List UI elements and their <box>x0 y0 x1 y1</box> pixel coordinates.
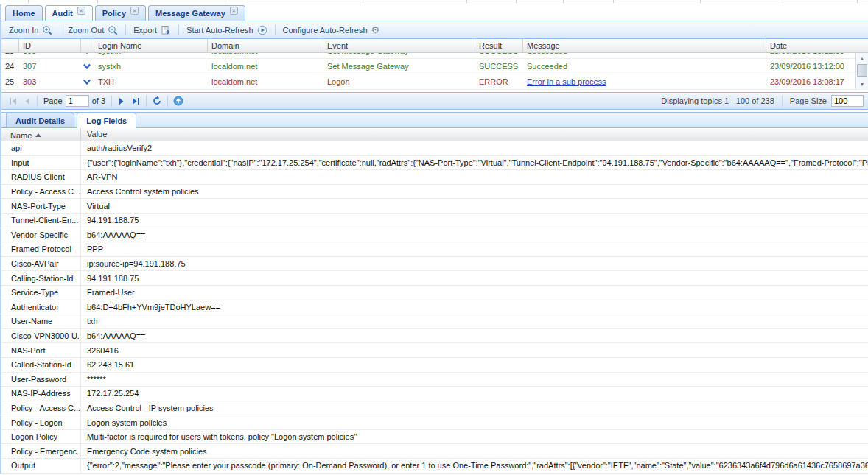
page-number-input[interactable] <box>66 95 89 107</box>
page-size-input[interactable] <box>831 95 864 107</box>
tab-home[interactable]: Home <box>5 5 43 21</box>
field-name: NAS-Port <box>7 343 81 357</box>
log-field-row[interactable]: Policy - LogonLogon system policies <box>1 415 868 430</box>
log-field-row[interactable]: Input{"user":{"loginName":"txh"},"creden… <box>1 156 868 171</box>
chevron-down-icon[interactable] <box>81 53 94 54</box>
cell-id: 307 <box>19 62 81 71</box>
log-field-row[interactable]: User-Nametxh <box>1 314 868 329</box>
last-page-button[interactable] <box>129 96 143 107</box>
grid-scrollbar[interactable]: ▲ ▼ <box>855 53 868 90</box>
scroll-down-icon[interactable]: ▼ <box>856 79 868 90</box>
refresh-button[interactable] <box>150 95 164 107</box>
browser-chrome-remnant <box>0 0 868 4</box>
column-header-message[interactable]: Message <box>523 39 766 52</box>
column-header-event[interactable]: Event <box>323 39 475 52</box>
audit-row-25[interactable]: 25 303 TXH localdom.net Logon ERROR Erro… <box>1 74 856 90</box>
column-header-domain[interactable]: Domain <box>208 39 323 52</box>
scrollbar-thumb[interactable] <box>857 64 867 77</box>
toolbar-separator <box>37 96 38 107</box>
column-header-id[interactable]: ID <box>19 39 81 52</box>
row-gutter <box>1 214 7 228</box>
field-value: Emergency Code system policies <box>81 447 868 456</box>
log-field-row[interactable]: apiauth/radiusVerify2 <box>1 141 868 156</box>
column-header-date[interactable]: Date <box>766 39 856 52</box>
row-gutter <box>1 358 7 372</box>
export-icon <box>161 25 171 35</box>
tab-log-fields-label: Log Fields <box>86 116 127 125</box>
column-header-rownum[interactable] <box>1 39 19 52</box>
scroll-to-top-button[interactable] <box>171 95 186 107</box>
field-value: b64:D+4bFh+YVm9jeTDoHYLaew== <box>81 303 868 312</box>
field-name: Policy - Access C... <box>7 185 81 199</box>
tab-home-label: Home <box>13 9 35 18</box>
page-count-label: of 3 <box>92 96 105 105</box>
start-auto-refresh-button[interactable]: Start Auto-Refresh <box>182 24 272 37</box>
first-page-button[interactable] <box>6 96 20 107</box>
field-value: 62.243.15.61 <box>81 360 868 369</box>
chevron-down-icon[interactable] <box>81 78 94 85</box>
cell-result: SUCCESS <box>475 53 523 55</box>
log-field-row[interactable]: Framed-ProtocolPPP <box>1 242 868 257</box>
log-field-row[interactable]: Tunnel-Client-En...94.191.188.75 <box>1 214 868 228</box>
tab-audit[interactable]: Audit ✕ <box>45 5 93 21</box>
field-name: Logon Policy <box>7 430 81 444</box>
close-icon[interactable]: ✕ <box>130 7 139 15</box>
log-field-row[interactable]: Logon PolicyMulti-factor is required for… <box>1 430 868 445</box>
log-field-row[interactable]: Calling-Station-Id94.191.188.75 <box>1 271 868 286</box>
field-value: ****** <box>81 375 868 384</box>
start-auto-refresh-label: Start Auto-Refresh <box>186 26 253 35</box>
log-field-row[interactable]: Vendor-Specificb64:AAAAAQ== <box>1 228 868 243</box>
prev-page-button[interactable] <box>20 96 34 107</box>
log-field-row[interactable]: User-Password****** <box>1 373 868 387</box>
error-message-link[interactable]: Error in a sub process <box>527 77 606 86</box>
field-value: 172.17.25.254 <box>81 389 868 398</box>
field-value: {"error":2,"message":"Please enter your … <box>81 461 868 470</box>
log-field-row[interactable]: Output{"error":2,"message":"Please enter… <box>1 459 868 474</box>
tab-log-fields[interactable]: Log Fields <box>77 113 136 128</box>
field-name: NAS-Port-Type <box>7 199 81 213</box>
scroll-up-icon[interactable]: ▲ <box>856 53 868 64</box>
field-value: Virtual <box>81 202 868 211</box>
log-field-row[interactable]: NAS-Port-TypeVirtual <box>1 199 868 214</box>
log-field-row[interactable]: Policy - Access C...Access Control - IP … <box>1 401 868 416</box>
tab-message-gateway[interactable]: Message Gateway ✕ <box>148 5 245 21</box>
tab-audit-details[interactable]: Audit Details <box>6 113 74 127</box>
toolbar-separator <box>275 24 276 35</box>
name-column-header[interactable]: Name <box>1 128 81 141</box>
zoom-in-button[interactable]: Zoom In <box>4 24 57 37</box>
row-gutter <box>1 444 7 458</box>
value-column-label: Value <box>87 130 107 138</box>
close-icon[interactable]: ✕ <box>77 7 85 15</box>
audit-grid-viewport: 23 308 systxh localdom.net Set Message G… <box>1 53 868 90</box>
log-field-row[interactable]: Policy - Access C...Access Control syste… <box>1 185 868 200</box>
log-field-row[interactable]: RADIUS ClientAR-VPN <box>1 170 868 185</box>
tab-policy[interactable]: Policy ✕ <box>95 5 146 21</box>
audit-row-23[interactable]: 23 308 systxh localdom.net Set Message G… <box>1 53 856 59</box>
audit-grid-header: ID Login Name Domain Event Result Messag… <box>1 39 868 53</box>
close-icon[interactable]: ✕ <box>230 7 238 15</box>
zoom-in-icon <box>42 25 52 35</box>
log-field-row[interactable]: NAS-IP-Address172.17.25.254 <box>1 387 868 401</box>
cell-login-name: TXH <box>94 77 208 86</box>
cell-domain: localdom.net <box>208 77 323 86</box>
field-value: Access Control system policies <box>81 187 868 196</box>
log-field-row[interactable]: NAS-Port3260416 <box>1 343 868 358</box>
log-field-row[interactable]: Called-Station-Id62.243.15.61 <box>1 358 868 373</box>
chevron-down-icon[interactable] <box>81 63 94 70</box>
configure-auto-refresh-button[interactable]: Configure Auto-Refresh ⚙ <box>279 24 385 36</box>
next-page-button[interactable] <box>115 96 129 107</box>
column-header-result[interactable]: Result <box>475 39 523 52</box>
zoom-out-button[interactable]: Zoom Out <box>63 24 122 37</box>
log-field-row[interactable]: Service-TypeFramed-User <box>1 286 868 300</box>
export-button[interactable]: Export <box>129 24 175 37</box>
log-field-row[interactable]: Cisco-VPN3000-U...b64:AAAAAQ== <box>1 329 868 344</box>
log-field-row[interactable]: Policy - Emergenc...Emergency Code syste… <box>1 444 868 459</box>
row-gutter <box>1 286 7 300</box>
log-field-row[interactable]: Authenticatorb64:D+4bFh+YVm9jeTDoHYLaew=… <box>1 300 868 315</box>
audit-row-24[interactable]: 24 307 systxh localdom.net Set Message G… <box>1 59 856 74</box>
log-field-row[interactable]: Cisco-AVPairip:source-ip=94.191.188.75 <box>1 257 868 272</box>
column-header-login-name[interactable]: Login Name <box>94 39 208 52</box>
column-header-expander[interactable] <box>81 39 94 52</box>
field-name: Calling-Station-Id <box>7 271 81 285</box>
value-column-header[interactable]: Value <box>81 128 868 141</box>
